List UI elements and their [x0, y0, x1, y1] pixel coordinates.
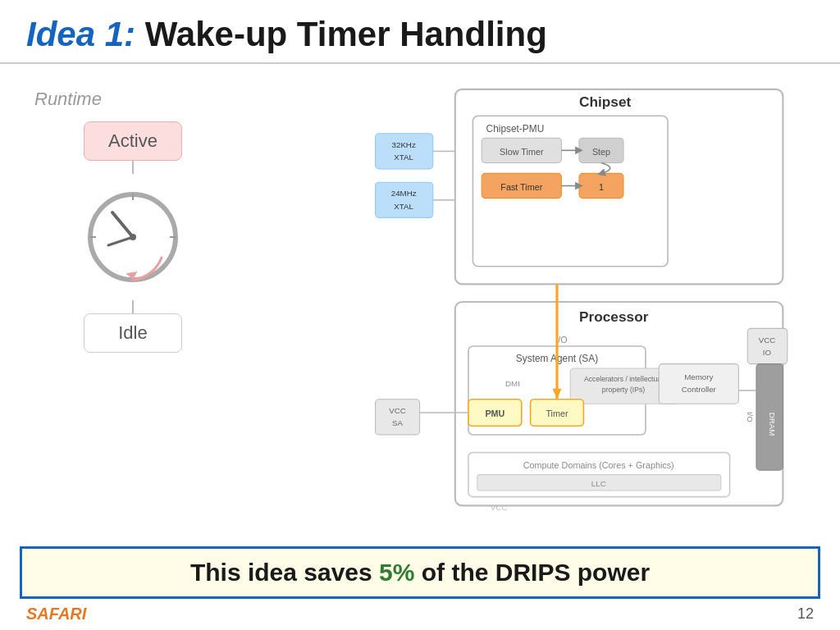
dmi-label: DMI	[505, 379, 520, 388]
bottom-prefix: This idea saves	[190, 559, 379, 586]
bottom-bar: This idea saves 5% of the DRIPS power	[20, 546, 820, 599]
active-state-box: Active	[84, 121, 182, 161]
header: Idea 1: Wake-up Timer Handling	[0, 0, 840, 64]
xtal-32k-label: 32KHz	[392, 140, 416, 149]
page-number: 12	[797, 605, 814, 623]
accelerators-label: Accelerators / intellectual	[584, 375, 663, 383]
llc-label: LLC	[591, 479, 606, 488]
idle-state-box: Idle	[84, 313, 182, 353]
right-panel: Chipset Chipset-PMU Slow Timer Fast Time…	[256, 80, 814, 523]
state-machine: Active	[26, 121, 240, 353]
footer: SAFARI 12	[26, 605, 814, 623]
architecture-diagram: Chipset Chipset-PMU Slow Timer Fast Time…	[256, 80, 814, 523]
clock-svg	[80, 184, 186, 290]
svg-rect-29	[376, 399, 420, 435]
svg-rect-31	[747, 328, 788, 363]
svg-text:XTAL: XTAL	[394, 202, 413, 211]
bottom-percent: 5%	[379, 559, 414, 586]
slow-timer-label: Slow Timer	[500, 147, 544, 157]
vcc-bottom-label: VCC	[491, 503, 508, 512]
idea-label: Idea 1:	[26, 15, 135, 53]
vcc-io-label: VCC	[759, 336, 776, 345]
svg-text:XTAL: XTAL	[394, 153, 413, 162]
step-label: Step	[592, 147, 610, 157]
runtime-label: Runtime	[34, 89, 240, 110]
title-rest: Wake-up Timer Handling	[145, 15, 547, 53]
svg-text:property (IPs): property (IPs)	[602, 386, 645, 394]
vcc-sa-label: VCC	[389, 406, 406, 415]
svg-rect-17	[376, 134, 433, 169]
safari-logo: SAFARI	[26, 605, 86, 623]
svg-text:Controller: Controller	[682, 385, 717, 394]
bottom-suffix: of the DRIPS power	[414, 559, 650, 586]
connector-line-bottom	[132, 300, 134, 313]
page-title: Idea 1: Wake-up Timer Handling	[26, 15, 814, 54]
fast-timer-label: Fast Timer	[500, 182, 542, 192]
one-label: 1	[599, 182, 604, 192]
svg-rect-19	[376, 182, 433, 217]
xtal-24m-label: 24MHz	[391, 189, 417, 198]
processor-label: Processor	[579, 308, 649, 325]
io-vertical-label: I/O	[746, 412, 755, 422]
pmu-label: PMU	[485, 409, 504, 418]
left-panel: Runtime Active	[26, 80, 240, 523]
main-content: Runtime Active	[0, 64, 840, 523]
bottom-bar-text: This idea saves 5% of the DRIPS power	[39, 559, 801, 587]
dram-label: DRAM	[768, 413, 777, 436]
svg-line-3	[108, 237, 133, 245]
memory-controller-label: Memory	[684, 372, 713, 381]
svg-text:IO: IO	[763, 348, 772, 357]
svg-line-2	[112, 212, 133, 237]
clock-diagram	[80, 184, 186, 290]
connector-line-top	[132, 161, 134, 174]
svg-marker-39	[553, 389, 562, 399]
chipset-pmu-label: Chipset-PMU	[486, 123, 545, 135]
compute-domains-label: Compute Domains (Cores + Graphics)	[523, 460, 674, 470]
svg-rect-33	[659, 364, 738, 404]
timer-label: Timer	[546, 409, 568, 418]
svg-text:SA: SA	[392, 418, 403, 427]
chipset-label: Chipset	[579, 94, 632, 110]
